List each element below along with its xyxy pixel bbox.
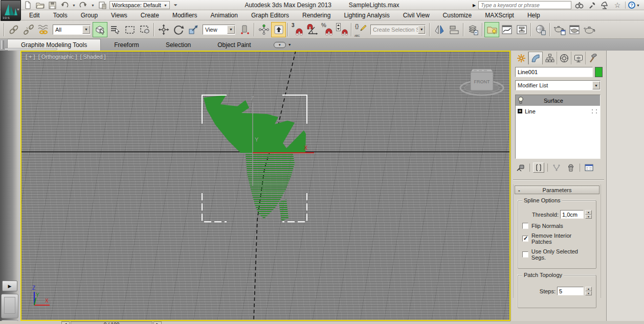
tab-utilities[interactable] bbox=[586, 52, 600, 64]
remove-modifier-button[interactable] bbox=[565, 163, 576, 173]
edit-named-selection-sets-button[interactable]: {} ABC bbox=[353, 22, 368, 37]
curve-editor-button[interactable] bbox=[499, 22, 514, 37]
spinner-snap-button[interactable] bbox=[335, 22, 349, 37]
tab-selection[interactable]: Selection bbox=[152, 39, 204, 51]
object-name-field[interactable] bbox=[515, 67, 593, 77]
undo-button[interactable] bbox=[59, 1, 70, 10]
material-editor-button[interactable] bbox=[533, 22, 548, 37]
spinner-up-icon[interactable]: ▲ bbox=[585, 287, 592, 291]
bind-to-space-warp-button[interactable] bbox=[36, 22, 51, 37]
ribbon-collapsed-handle[interactable] bbox=[4, 48, 57, 50]
viewcube[interactable]: FRONT bbox=[460, 69, 503, 95]
stack-row-surface[interactable]: Surface bbox=[516, 95, 600, 106]
next-frame-button[interactable]: ► bbox=[153, 321, 162, 324]
spinner-up-icon[interactable]: ▲ bbox=[585, 210, 592, 215]
tab-hierarchy[interactable] bbox=[543, 52, 557, 64]
workspace-dropdown[interactable]: Workspace: Default ▼ bbox=[109, 1, 170, 9]
new-scene-button[interactable] bbox=[23, 1, 33, 10]
pin-stack-button[interactable] bbox=[515, 163, 526, 173]
search-input[interactable] bbox=[478, 1, 571, 9]
named-selection-sets-dropdown[interactable]: Create Selection Se ▼ bbox=[370, 25, 426, 35]
use-only-selected-segs-row[interactable]: Use Only Selected Segs. bbox=[522, 248, 593, 261]
search-button[interactable] bbox=[574, 1, 584, 10]
rendered-frame-window-button[interactable] bbox=[567, 22, 582, 37]
select-and-move-button[interactable] bbox=[156, 22, 171, 37]
save-file-button[interactable] bbox=[47, 1, 57, 10]
spinner-down-icon[interactable]: ▼ bbox=[585, 215, 592, 219]
tab-modify[interactable] bbox=[528, 52, 543, 64]
steps-spinner[interactable]: ▲▼ bbox=[585, 287, 592, 295]
render-setup-button[interactable] bbox=[552, 22, 567, 37]
lightbulb-icon[interactable] bbox=[518, 97, 524, 104]
layout-flyout-button[interactable]: ▶ bbox=[2, 281, 17, 291]
time-slider-button[interactable]: 0 / 100 bbox=[71, 321, 152, 324]
spline-surface-object[interactable] bbox=[204, 95, 306, 153]
ribbon-drag-grip[interactable] bbox=[1, 40, 4, 49]
flip-normals-row[interactable]: Flip Normals bbox=[522, 223, 593, 229]
rectangular-selection-region-button[interactable] bbox=[122, 22, 137, 37]
project-folder-button[interactable] bbox=[97, 1, 107, 10]
menu-group[interactable]: Group bbox=[74, 10, 104, 20]
rollout-collapse-icon[interactable]: - bbox=[518, 187, 520, 193]
open-file-button[interactable] bbox=[35, 1, 45, 10]
show-end-result-button[interactable] bbox=[533, 163, 544, 173]
use-only-selected-segs-checkbox[interactable] bbox=[522, 251, 528, 258]
menu-graph-editors[interactable]: Graph Editors bbox=[245, 10, 296, 20]
menu-rendering[interactable]: Rendering bbox=[296, 10, 337, 20]
keyboard-shortcut-override-button[interactable] bbox=[271, 22, 286, 37]
redo-button[interactable] bbox=[78, 1, 88, 10]
undo-dropdown-arrow[interactable]: ▼ bbox=[72, 1, 76, 10]
select-object-button[interactable] bbox=[93, 22, 107, 37]
object-color-swatch[interactable] bbox=[595, 67, 603, 77]
selection-filter-dropdown[interactable]: All ▼ bbox=[53, 25, 91, 35]
remove-interior-patches-checkbox[interactable] bbox=[522, 236, 528, 242]
reference-coordinate-dropdown[interactable]: View ▼ bbox=[203, 25, 235, 35]
communication-center-button[interactable] bbox=[599, 1, 610, 10]
threshold-spinner[interactable]: ▲▼ bbox=[585, 210, 592, 219]
help-button[interactable]: ? ▼ bbox=[628, 2, 640, 9]
schematic-view-button[interactable] bbox=[514, 22, 529, 37]
menu-customize[interactable]: Customize bbox=[436, 10, 479, 20]
select-and-rotate-button[interactable] bbox=[171, 22, 186, 37]
select-and-scale-button[interactable] bbox=[186, 22, 201, 37]
modifier-list-dropdown[interactable]: Modifier List ▼ bbox=[515, 80, 601, 90]
menu-animation[interactable]: Animation bbox=[204, 10, 245, 20]
expand-plus-icon[interactable]: + bbox=[518, 109, 522, 113]
flip-normals-checkbox[interactable] bbox=[522, 223, 528, 229]
parameters-rollout-header[interactable]: - Parameters bbox=[515, 186, 599, 194]
menu-help[interactable]: Help bbox=[521, 10, 547, 20]
collapse-arrow-icon[interactable]: ▶ bbox=[473, 3, 476, 8]
stack-row-line[interactable]: + Line bbox=[516, 106, 600, 117]
subscription-button[interactable] bbox=[587, 1, 597, 10]
tab-motion[interactable] bbox=[557, 52, 571, 64]
make-unique-button[interactable] bbox=[551, 163, 562, 173]
menu-views[interactable]: Views bbox=[104, 10, 134, 20]
tab-object-paint[interactable]: Object Paint bbox=[204, 39, 264, 51]
menu-maxscript[interactable]: MAXScript bbox=[478, 10, 521, 20]
menu-modifiers[interactable]: Modifiers bbox=[166, 10, 204, 20]
mirror-button[interactable] bbox=[432, 22, 447, 37]
steps-field[interactable] bbox=[557, 287, 584, 295]
tab-freeform[interactable]: Freeform bbox=[101, 39, 152, 51]
redo-dropdown-arrow[interactable]: ▼ bbox=[91, 1, 95, 10]
menu-lighting-analysis[interactable]: Lighting Analysis bbox=[337, 10, 396, 20]
tab-display[interactable] bbox=[571, 52, 586, 64]
configure-modifier-sets-button[interactable] bbox=[583, 163, 594, 173]
render-production-button[interactable] bbox=[582, 22, 596, 37]
spinner-down-icon[interactable]: ▼ bbox=[585, 291, 592, 296]
select-and-manipulate-button[interactable] bbox=[256, 22, 271, 37]
menu-edit[interactable]: Edit bbox=[23, 10, 47, 20]
layer-manager-button[interactable] bbox=[465, 22, 480, 37]
percent-snap-button[interactable]: % bbox=[320, 22, 335, 37]
angle-snap-button[interactable] bbox=[305, 22, 320, 37]
threshold-field[interactable] bbox=[560, 210, 584, 219]
tab-create[interactable] bbox=[514, 52, 528, 64]
align-button[interactable] bbox=[447, 22, 461, 37]
menu-tools[interactable]: Tools bbox=[47, 10, 74, 20]
window-crossing-button[interactable] bbox=[137, 22, 152, 37]
previous-frame-button[interactable]: ◄ bbox=[61, 321, 70, 324]
toolbar-customize-chevron-icon[interactable]: ⏷ bbox=[172, 1, 179, 10]
viewport-orthographic[interactable]: [ + ] [ Orthographic ] [ Shaded ] bbox=[20, 51, 510, 321]
application-menu-button[interactable]: 3DS ▼ bbox=[1, 0, 21, 21]
favorites-button[interactable]: ☆ bbox=[612, 1, 623, 10]
